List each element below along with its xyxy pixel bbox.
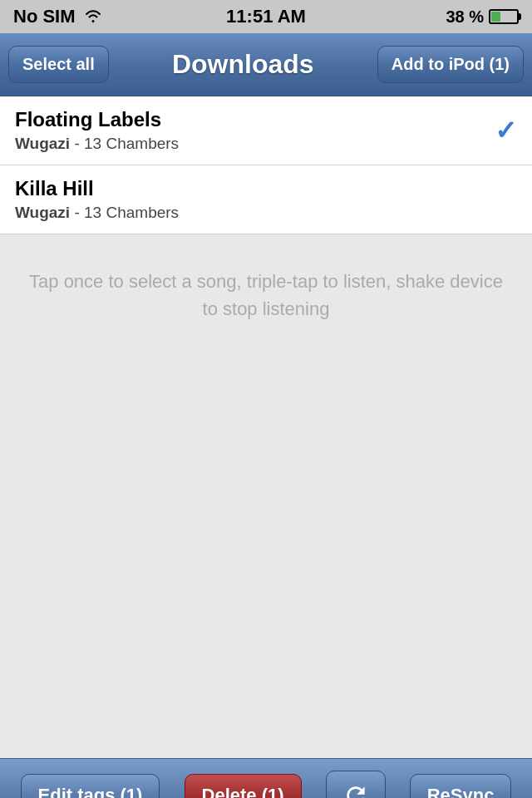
battery-icon — [489, 9, 519, 24]
song-meta-1: Wugazi - 13 Chambers — [15, 135, 485, 153]
song-item-2[interactable]: Killa Hill Wugazi - 13 Chambers — [0, 165, 532, 234]
page-title: Downloads — [109, 49, 377, 80]
action-toolbar: Edit tags (1) Delete (1) ReSync — [0, 758, 532, 798]
wifi-icon — [84, 6, 102, 27]
select-all-button[interactable]: Select all — [8, 46, 109, 83]
song-info-2: Killa Hill Wugazi - 13 Chambers — [15, 177, 517, 222]
song-title-1: Floating Labels — [15, 108, 485, 131]
song-list: Floating Labels Wugazi - 13 Chambers ✓ K… — [0, 96, 532, 234]
song-info-1: Floating Labels Wugazi - 13 Chambers — [15, 108, 485, 153]
content-area — [0, 323, 532, 758]
refresh-button[interactable] — [326, 771, 386, 798]
song-meta-2: Wugazi - 13 Chambers — [15, 204, 517, 222]
carrier-label: No SIM — [13, 6, 76, 27]
song-album-2: 13 Chambers — [84, 204, 179, 221]
song-artist-2: Wugazi — [15, 204, 70, 221]
add-to-ipod-button[interactable]: Add to iPod (1) — [377, 46, 524, 83]
song-checkmark-1: ✓ — [495, 115, 517, 146]
hint-area: Tap once to select a song, triple-tap to… — [0, 234, 532, 323]
status-bar: No SIM 11:51 AM 38 % — [0, 0, 532, 33]
battery-percentage: 38 % — [446, 7, 484, 27]
status-time: 11:51 AM — [226, 6, 306, 27]
delete-button[interactable]: Delete (1) — [185, 774, 302, 798]
resync-button[interactable]: ReSync — [410, 774, 512, 798]
hint-text: Tap once to select a song, triple-tap to… — [25, 268, 507, 323]
song-title-2: Killa Hill — [15, 177, 517, 200]
edit-tags-button[interactable]: Edit tags (1) — [21, 774, 160, 798]
song-item-1[interactable]: Floating Labels Wugazi - 13 Chambers ✓ — [0, 96, 532, 165]
song-separator-2: - — [74, 204, 84, 221]
song-artist-1: Wugazi — [15, 135, 70, 152]
header: Select all Downloads Add to iPod (1) — [0, 33, 532, 96]
song-album-1: 13 Chambers — [84, 135, 179, 152]
song-separator-1: - — [74, 135, 84, 152]
